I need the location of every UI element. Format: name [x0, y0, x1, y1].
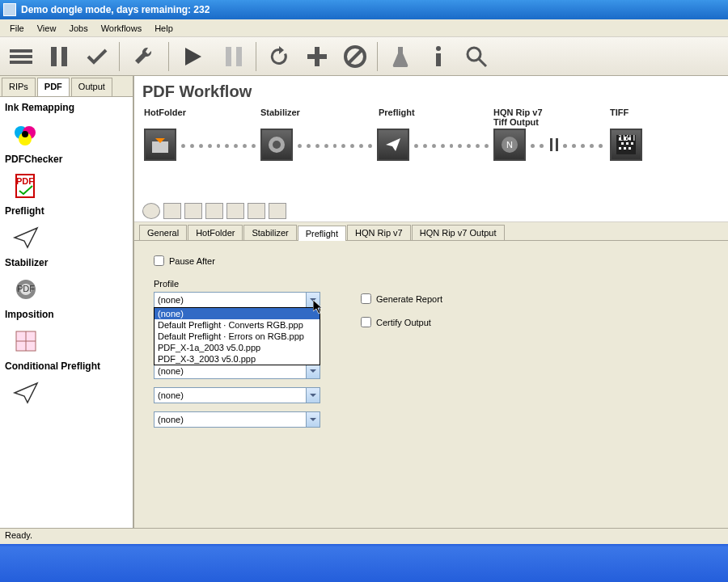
svg-text:PDF: PDF — [16, 176, 34, 186]
hamburger-icon[interactable] — [2, 40, 39, 73]
flow-label-tiff: TIFF — [610, 108, 629, 117]
node-preflight[interactable] — [377, 129, 409, 161]
wrench-icon[interactable] — [124, 40, 164, 73]
tab-hotfolder[interactable]: HotFolder — [188, 225, 243, 240]
profile-combo-1[interactable]: (none) (none) Default Preflight · Conver… — [154, 292, 320, 308]
sidebar-item-preflight[interactable]: Preflight — [5, 205, 128, 217]
svg-rect-44 — [619, 147, 621, 150]
dropdown-option-converts[interactable]: Default Preflight · Converts RGB.ppp — [154, 319, 320, 331]
play-icon[interactable] — [173, 40, 214, 73]
flask-icon[interactable] — [382, 40, 418, 73]
svg-rect-46 — [629, 147, 631, 150]
statusbar: Ready. — [0, 528, 728, 544]
tab-hqnrip[interactable]: HQN Rip v7 — [347, 225, 411, 240]
flow-label-stabilizer: Stabilizer — [260, 108, 300, 117]
dropdown-arrow-icon[interactable] — [306, 412, 320, 427]
svg-rect-30 — [152, 141, 168, 153]
workflow-canvas[interactable]: HotFolder Stabilizer Preflight HQN Rip v… — [134, 104, 728, 200]
dropdown-option-errors[interactable]: Default Preflight · Errors on RGB.ppp — [154, 331, 320, 342]
svg-rect-13 — [436, 53, 441, 66]
side-tab-output[interactable]: Output — [71, 78, 112, 96]
svg-rect-3 — [51, 47, 57, 66]
tab-hqnripoutput[interactable]: HQN Rip v7 Output — [412, 225, 505, 240]
profile-label: Profile — [154, 279, 320, 289]
svg-rect-41 — [621, 142, 624, 145]
svg-rect-4 — [61, 47, 67, 66]
svg-point-19 — [22, 131, 28, 137]
flow-label-hqnrip: HQN Rip v7 Tiff Output — [493, 108, 558, 127]
dropdown-arrow-icon[interactable] — [306, 293, 320, 307]
refresh-icon[interactable] — [260, 40, 297, 73]
tab-general[interactable]: General — [139, 225, 187, 240]
profile-combo-3-value: (none) — [158, 390, 184, 400]
pause2-icon[interactable] — [215, 40, 252, 73]
paperplane2-icon — [11, 380, 40, 406]
svg-marker-22 — [15, 228, 37, 247]
flow-label-hotfolder: HotFolder — [144, 108, 186, 117]
svg-rect-6 — [226, 47, 231, 66]
side-tab-pdf[interactable]: PDF — [37, 78, 70, 96]
menubar: File View Jobs Workflows Help — [0, 19, 728, 37]
menu-view[interactable]: View — [31, 22, 63, 35]
taskbar[interactable] — [0, 544, 728, 582]
svg-text:1BIT: 1BIT — [618, 135, 636, 142]
dropdown-arrow-icon[interactable] — [306, 364, 320, 378]
menu-jobs[interactable]: Jobs — [62, 22, 94, 35]
aux-icon-2[interactable] — [163, 203, 181, 219]
svg-point-33 — [273, 141, 281, 149]
flow-label-preflight: Preflight — [379, 108, 415, 117]
side-tab-rips[interactable]: RIPs — [2, 78, 36, 96]
aux-icon-4[interactable] — [205, 203, 223, 219]
certify-output-checkbox[interactable] — [361, 317, 371, 327]
sidebar-item-stabilizer[interactable]: Stabilizer — [5, 257, 128, 268]
profile-combo-3[interactable]: (none) — [154, 387, 320, 403]
profile-combo-2-value: (none) — [158, 366, 184, 376]
menu-workflows[interactable]: Workflows — [95, 22, 149, 35]
main-area: PDF Workflow HotFolder Stabilizer Prefli… — [134, 76, 728, 528]
search-icon[interactable] — [458, 40, 494, 73]
sidebar-item-pdfchecker[interactable]: PDFChecker — [5, 154, 128, 165]
svg-point-14 — [468, 48, 480, 61]
sidebar-item-ink-remapping[interactable]: Ink Remapping — [5, 102, 128, 113]
svg-point-12 — [436, 46, 441, 51]
tab-stabilizer[interactable]: Stabilizer — [243, 225, 296, 240]
dropdown-option-x1a[interactable]: PDF_X-1a_2003 v5.0.ppp — [154, 342, 320, 353]
dropdown-arrow-icon[interactable] — [306, 388, 320, 403]
plus-icon[interactable] — [298, 40, 335, 73]
profile-combo-1-value: (none) — [158, 295, 184, 305]
no-entry-icon[interactable] — [336, 40, 373, 73]
svg-text:N: N — [506, 140, 513, 150]
pause-icon[interactable] — [40, 40, 77, 73]
aux-icon-7[interactable] — [269, 203, 286, 219]
dropdown-option-x3[interactable]: PDF_X-3_2003 v5.0.ppp — [154, 353, 320, 365]
profile-combo-2[interactable]: (none) — [154, 363, 320, 379]
imposition-icon — [11, 328, 40, 354]
status-text: Ready. — [5, 530, 32, 540]
svg-line-11 — [349, 50, 362, 63]
sidebar-item-imposition[interactable]: Imposition — [5, 309, 128, 320]
aux-icon-5[interactable] — [226, 203, 244, 219]
titlebar[interactable]: Demo dongle mode, days remaining: 232 — [0, 0, 728, 19]
node-stabilizer[interactable] — [260, 129, 293, 161]
menu-help[interactable]: Help — [148, 22, 180, 35]
dropdown-option-none[interactable]: (none) — [154, 308, 320, 319]
aux-icon-1[interactable] — [142, 203, 160, 219]
node-hqnrip[interactable]: N — [493, 129, 526, 161]
generate-report-checkbox[interactable] — [361, 293, 371, 304]
preflight-panel: Pause After Profile (none) (none) Defaul… — [134, 241, 728, 528]
node-tiff[interactable]: 1BIT — [610, 129, 642, 161]
tab-preflight[interactable]: Preflight — [298, 226, 346, 241]
gear-pdf-icon: PDF — [11, 276, 40, 302]
pause-after-label: Pause After — [169, 256, 215, 266]
pause-after-checkbox[interactable] — [154, 255, 164, 266]
aux-icon-3[interactable] — [184, 203, 202, 219]
menu-file[interactable]: File — [3, 22, 31, 35]
sidebar-item-conditional-preflight[interactable]: Conditional Preflight — [5, 361, 128, 372]
window-title: Demo dongle mode, days remaining: 232 — [21, 4, 210, 15]
profile-combo-4[interactable]: (none) — [154, 411, 320, 428]
node-hotfolder[interactable] — [144, 129, 176, 161]
aux-icon-6[interactable] — [248, 203, 265, 219]
info-icon[interactable] — [420, 40, 456, 73]
svg-rect-0 — [10, 49, 32, 53]
check-icon[interactable] — [78, 40, 115, 73]
